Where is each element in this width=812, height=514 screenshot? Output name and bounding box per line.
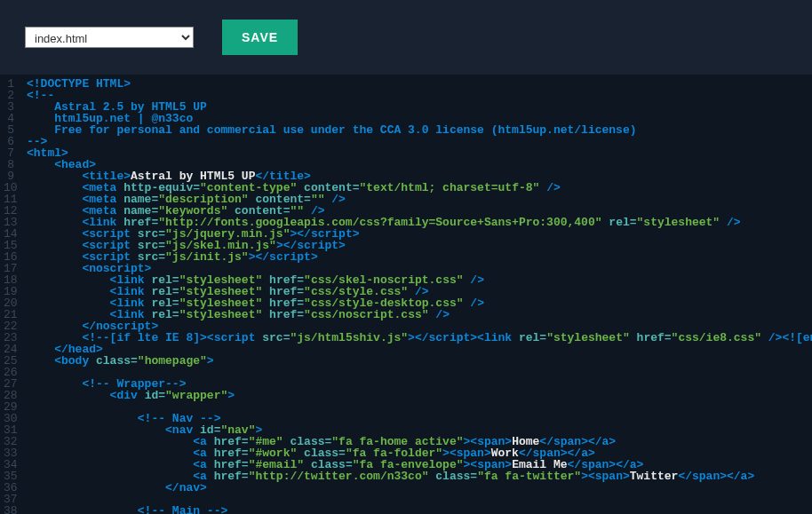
token-blue: > [227, 389, 235, 402]
token-cyan: class= [96, 354, 138, 368]
token-blue: /> [429, 308, 450, 321]
token-blue [630, 331, 637, 344]
code-line: <body class="homepage"> [27, 355, 812, 367]
token-cyan: href= [269, 308, 304, 321]
code-editor[interactable]: 1234567891011121314151617181920212223242… [0, 75, 812, 514]
token-blue: > [207, 354, 214, 368]
token-green: "fa fa-twitter" [477, 470, 581, 483]
token-green: "wrapper" [165, 389, 227, 402]
token-blue [262, 308, 269, 321]
code-area[interactable]: <!DOCTYPE HTML><!-- Astral 2.5 by HTML5 … [21, 75, 812, 514]
line-gutter: 1234567891011121314151617181920212223242… [0, 75, 21, 514]
token-green: "js/init.js" [165, 250, 249, 264]
token-cyan: class= [435, 470, 477, 483]
token-blue: <body [27, 354, 96, 368]
code-line: <!--[if lte IE 8]><script src="js/html5s… [27, 332, 812, 344]
token-blue: /> [539, 181, 560, 194]
token-white: Twitter [630, 470, 679, 483]
token-green: "js/html5shiv.js" [290, 331, 408, 344]
token-cyan: id= [145, 389, 165, 402]
token-blue: ></script> [249, 250, 318, 264]
token-blue: /> [464, 273, 484, 287]
code-line: </nav> [27, 482, 812, 494]
token-blue: /> [325, 193, 346, 206]
token-green: "stylesheet" [546, 331, 630, 344]
code-line: <!DOCTYPE HTML> [27, 78, 812, 90]
token-blue: /> [464, 297, 484, 310]
line-number: 38 [4, 505, 14, 514]
token-cyan: rel= [609, 216, 636, 229]
token-green: "css/noscript.css" [304, 308, 428, 321]
token-green: "text/html; charset=utf-8" [360, 181, 540, 194]
token-blue: </nav> [27, 481, 207, 494]
code-line: <!-- Main --> [27, 505, 812, 514]
token-blue: /><![endif]--> [761, 331, 812, 344]
token-blue: <div [27, 389, 145, 402]
code-line: <div id="wrapper"> [27, 390, 812, 401]
token-cyan: rel= [519, 331, 546, 344]
token-green: "stylesheet" [179, 308, 263, 321]
token-blue: /> [720, 216, 740, 229]
save-button[interactable]: SAVE [222, 20, 298, 55]
toolbar: index.html SAVE [0, 0, 812, 75]
token-green: "http://twitter.com/n33co" [249, 470, 429, 483]
code-line: Free for personal and commercial use und… [27, 124, 812, 136]
token-cyan: href= [214, 470, 249, 483]
token-blue: <!-- Main --> [27, 504, 227, 514]
token-green: "stylesheet" [637, 216, 720, 229]
code-line: <html> [27, 147, 812, 159]
token-blue: ></script><link [408, 331, 519, 344]
token-blue: Free for personal and commercial use und… [27, 123, 637, 137]
code-line: --> [27, 136, 812, 147]
token-green: "css/ie8.css" [672, 331, 761, 344]
token-cyan: href= [637, 331, 672, 344]
token-blue: </span></a> [678, 470, 754, 483]
token-green: "homepage" [138, 354, 207, 368]
token-blue: ><span> [581, 470, 630, 483]
token-cyan: src= [262, 331, 290, 344]
file-select[interactable]: index.html [25, 27, 194, 48]
